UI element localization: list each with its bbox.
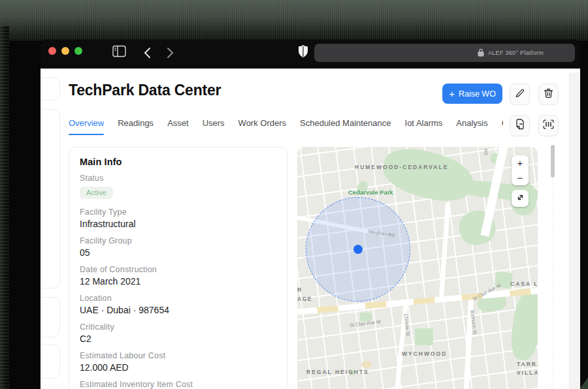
scrollbar-thumb[interactable] [551, 145, 555, 178]
raise-wo-label: Raise WO [459, 89, 496, 99]
barcode-icon [543, 119, 554, 132]
field-value: 12 March 2021 [80, 276, 276, 287]
field-label: Facility Type [80, 208, 276, 217]
map-label-clipped: R [297, 287, 302, 293]
field-value: 05 [80, 247, 276, 258]
page-viewport: TechPark Data Center + Raise WO [41, 69, 580, 389]
expand-icon [516, 193, 525, 204]
left-edge-card-sliver [41, 109, 60, 288]
field-value: C2 [80, 334, 276, 345]
map-label-neighborhood: HUMEWOOD-CEDARVALE [355, 164, 448, 170]
left-edge-card-sliver [41, 77, 60, 101]
map-label-neighborhood: REGAL HEIGHTS [306, 369, 369, 375]
map-poi [361, 361, 372, 368]
sidebar-toggle-icon[interactable] [112, 45, 126, 60]
map-label-neighborhood: VILLAGE [517, 369, 538, 376]
tab-iot-alarms[interactable]: Iot Alarms [405, 118, 443, 135]
map-label-clipped: AGE [297, 296, 312, 302]
tab-users[interactable]: Users [203, 118, 225, 135]
barcode-scan-button[interactable] [538, 115, 559, 136]
scrollbar-gutter [569, 72, 580, 389]
map-park-area [378, 147, 478, 209]
main-info-heading: Main Info [80, 157, 276, 167]
map-label-road: St Clair Ave W [350, 319, 382, 328]
zoom-in-button[interactable]: + [512, 155, 529, 170]
page-title: TechPark Data Center [69, 82, 221, 99]
map-park-area [415, 328, 433, 345]
back-button[interactable] [144, 47, 151, 61]
desktop-background-left [0, 26, 9, 389]
tab-work-orders[interactable]: Work Orders [238, 118, 286, 135]
tab-readings[interactable]: Readings [118, 118, 154, 135]
raise-wo-button[interactable]: + Raise WO [442, 84, 502, 104]
tab-analysis[interactable]: Analysis [456, 118, 487, 135]
shield-icon[interactable] [298, 44, 308, 61]
zoom-out-button[interactable]: − [512, 170, 529, 185]
edit-button[interactable] [510, 84, 530, 105]
field-value: Infrastructural [80, 219, 276, 230]
field-value: 12.000 AED [80, 362, 276, 373]
field-label: Criticality [80, 322, 276, 332]
facility-location-dot[interactable] [353, 245, 363, 254]
map-road [439, 202, 450, 300]
tab-asset[interactable]: Asset [167, 118, 189, 135]
field-label: Facility Group [80, 236, 276, 246]
map-label-neighborhood: WYCHWOOD [402, 350, 447, 357]
status-badge: Active [80, 187, 113, 199]
field-value: UAE · Dubai · 987654 [80, 305, 276, 316]
trash-icon [544, 88, 553, 101]
fullscreen-window-button[interactable] [74, 47, 82, 55]
tab-bar: Overview Readings Asset Users Work Order… [69, 118, 503, 135]
desktop-background [0, 0, 588, 40]
pencil-icon [515, 88, 525, 101]
window-controls [48, 47, 82, 55]
tab-scheduled-maintenance[interactable]: Scheduled Maintenance [300, 118, 391, 135]
field-label: Date of Construction [80, 265, 276, 275]
document-icon [515, 119, 525, 132]
tab-overview[interactable]: Overview [69, 118, 104, 135]
address-bar[interactable]: ALEF 360° Platform [314, 44, 575, 62]
left-edge-card-sliver [41, 297, 60, 337]
main-info-card: Main Info Status Active Facility Type In… [69, 147, 287, 389]
left-edge-card-sliver [41, 345, 60, 379]
map-zoom-control: + − [512, 155, 529, 185]
map-label-neighborhood: CASA LOMA [510, 281, 538, 287]
map-label-road: Rd [482, 148, 489, 155]
field-label: Estimated Labour Cost [80, 351, 276, 361]
close-window-button[interactable] [48, 47, 56, 55]
browser-window: ALEF 360° Platform TechPark Data Center … [41, 39, 580, 389]
document-export-button[interactable] [510, 115, 530, 136]
desktop-background-corner [580, 377, 588, 389]
map-label-neighborhood: TARRAGON [517, 361, 538, 367]
status-label: Status [80, 174, 276, 183]
field-label: Location [80, 294, 276, 303]
map-park-area [508, 290, 538, 362]
tab-contracts-clipped[interactable]: Co [502, 118, 503, 135]
map-road [463, 294, 474, 389]
map-label-park: Cedarvale Park [348, 189, 393, 196]
lock-icon [478, 48, 484, 58]
delete-button[interactable] [538, 84, 559, 105]
facility-map[interactable]: HUMEWOOD-CEDARVALE Cedarvale Park Vaugha… [297, 147, 538, 389]
minimize-window-button[interactable] [61, 47, 69, 55]
browser-titlebar: ALEF 360° Platform [41, 39, 580, 69]
map-fullscreen-button[interactable] [512, 190, 529, 207]
scrollbar-track [553, 178, 553, 389]
plus-icon: + [449, 89, 455, 99]
field-label: Estimated Inventory Item Cost [80, 380, 276, 389]
address-url-text: ALEF 360° Platform [488, 50, 544, 56]
forward-button[interactable] [167, 47, 174, 61]
